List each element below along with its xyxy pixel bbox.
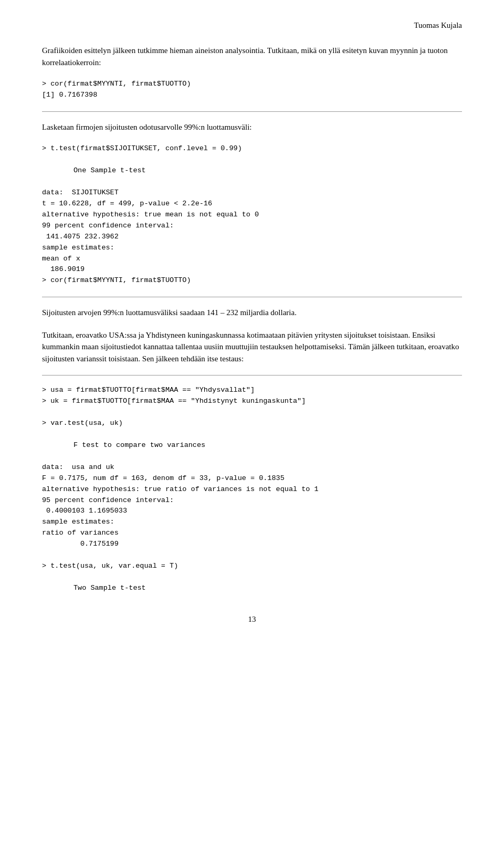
code-ttest: > t.test(firmat$SIJOITUKSET, conf.level … [42, 143, 462, 286]
section-intro: Grafiikoiden esittelyn jälkeen tutkimme … [42, 45, 462, 68]
code-vartest: > usa = firmat$TUOTTO[firmat$MAA == "Yhd… [42, 385, 462, 594]
section-correlation-code: > cor(firmat$MYYNTI, firmat$TUOTTO) [1] … [42, 79, 462, 101]
section-lasketaan: Lasketaan firmojen sijoitusten odotusarv… [42, 121, 462, 133]
page-number: 13 [42, 615, 462, 624]
section-vartest-code: > usa = firmat$TUOTTO[firmat$MAA == "Yhd… [42, 385, 462, 594]
code-correlation: > cor(firmat$MYYNTI, firmat$TUOTTO) [1] … [42, 79, 462, 101]
divider-3 [42, 375, 462, 375]
section-ttest-code: > t.test(firmat$SIJOITUKSET, conf.level … [42, 143, 462, 286]
prose-lasketaan: Lasketaan firmojen sijoitusten odotusarv… [42, 121, 462, 133]
prose-sijoitusten: Sijoitusten arvojen 99%:n luottamusvälik… [42, 307, 462, 319]
section-sijoitusten: Sijoitusten arvojen 99%:n luottamusvälik… [42, 307, 462, 319]
prose-tutkitaan: Tutkitaan, eroavatko USA:ssa ja Yhdistyn… [42, 329, 462, 365]
page-number-value: 13 [248, 615, 256, 623]
author-name: Tuomas Kujala [414, 21, 462, 29]
divider-2 [42, 297, 462, 297]
section-tutkitaan: Tutkitaan, eroavatko USA:ssa ja Yhdistyn… [42, 329, 462, 365]
prose-grafiikoiden: Grafiikoiden esittelyn jälkeen tutkimme … [42, 45, 462, 68]
divider-1 [42, 111, 462, 112]
page-header: Tuomas Kujala [42, 21, 462, 30]
page-container: Tuomas Kujala Grafiikoiden esittelyn jäl… [0, 0, 504, 845]
